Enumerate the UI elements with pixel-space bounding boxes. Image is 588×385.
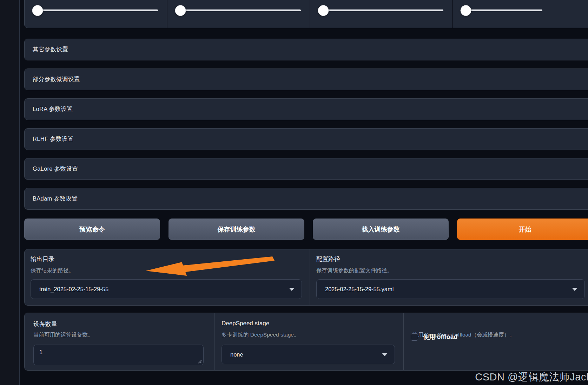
offload-group: 使用 DeepSpeed offload（会减慢速度）。 使用 offload (403, 313, 588, 370)
deepspeed-stage-label: DeepSpeed stage (222, 320, 269, 327)
device-count-info: 当前可用的运算设备数。 (33, 331, 93, 339)
config-path-dropdown[interactable]: 2025-02-25-15-29-55.yaml (316, 279, 585, 299)
accordion-lora[interactable]: LoRA 参数设置 (24, 98, 588, 120)
slider-track[interactable] (462, 9, 542, 11)
slider-handle[interactable] (461, 5, 471, 16)
offload-checkbox[interactable] (411, 333, 418, 341)
save-args-button[interactable]: 保存训练参数 (169, 218, 304, 240)
slider-column (167, 0, 310, 28)
accordion-extra-args[interactable]: 其它参数设置 (24, 39, 588, 60)
deepspeed-stage-group: DeepSpeed stage 多卡训练的 DeepSpeed stage。 n… (214, 313, 403, 370)
slider-handle[interactable] (32, 5, 43, 16)
load-args-button[interactable]: 载入训练参数 (313, 218, 449, 240)
accordion-galore[interactable]: GaLore 参数设置 (24, 158, 588, 180)
slider-track[interactable] (34, 9, 158, 11)
slider-column (452, 0, 588, 28)
chevron-down-icon (289, 288, 295, 291)
accordion-label: BAdam 参数设置 (33, 195, 78, 203)
resize-grip-icon[interactable] (197, 359, 202, 364)
slider-handle[interactable] (175, 5, 186, 16)
chevron-down-icon (572, 288, 577, 291)
device-count-label: 设备数量 (33, 320, 57, 328)
action-button-row: 预览命令 保存训练参数 载入训练参数 开始 (24, 218, 588, 240)
config-path-info: 保存训练参数的配置文件路径。 (316, 267, 392, 274)
preview-command-button[interactable]: 预览命令 (24, 218, 160, 240)
start-button[interactable]: 开始 (457, 218, 588, 240)
accordion-label: 其它参数设置 (33, 46, 68, 53)
device-count-input[interactable]: 1 (33, 345, 204, 365)
slider-column (310, 0, 452, 28)
accordion-label: LoRA 参数设置 (33, 105, 73, 113)
train-tab-content: 其它参数设置 部分参数微调设置 LoRA 参数设置 RLHF 参数设置 GaLo… (19, 0, 588, 385)
slider-handle[interactable] (318, 5, 329, 16)
slider-track[interactable] (177, 9, 301, 11)
slider-track[interactable] (320, 9, 443, 11)
device-deepspeed-panel: 设备数量 当前可用的运算设备数。 1 DeepSpeed stage 多卡训练的… (24, 313, 588, 371)
config-path-label: 配置路径 (316, 255, 340, 263)
chevron-down-icon (382, 353, 388, 356)
accordion-label: GaLore 参数设置 (33, 165, 78, 173)
slider-row (24, 0, 588, 28)
accordion-rlhf[interactable]: RLHF 参数设置 (24, 128, 588, 150)
device-count-value: 1 (39, 349, 42, 355)
output-dir-info: 保存结果的路径。 (31, 267, 74, 274)
deepspeed-stage-value: none (230, 351, 382, 358)
output-dir-label: 输出目录 (31, 255, 54, 263)
config-path-value: 2025-02-25-15-29-55.yaml (325, 286, 572, 293)
watermark: CSDN @逻辑魔法师Jack (475, 370, 588, 384)
slider-column (25, 0, 167, 28)
device-count-group: 设备数量 当前可用的运算设备数。 1 (25, 313, 214, 370)
config-path-group: 配置路径 保存训练参数的配置文件路径。 2025-02-25-15-29-55.… (310, 249, 588, 305)
accordion-badam[interactable]: BAdam 参数设置 (24, 188, 588, 210)
accordion-label: RLHF 参数设置 (33, 135, 73, 143)
accordion-label: 部分参数微调设置 (33, 76, 80, 83)
output-dir-value: train_2025-02-25-15-29-55 (39, 286, 289, 293)
output-config-panel: 输出目录 保存结果的路径。 train_2025-02-25-15-29-55 … (24, 249, 588, 306)
deepspeed-stage-info: 多卡训练的 DeepSpeed stage。 (222, 331, 299, 339)
offload-checkbox-label: 使用 offload (423, 333, 457, 341)
offload-checkbox-row[interactable]: 使用 offload (411, 333, 457, 341)
output-dir-group: 输出目录 保存结果的路径。 train_2025-02-25-15-29-55 (25, 249, 310, 305)
output-dir-dropdown[interactable]: train_2025-02-25-15-29-55 (31, 279, 302, 299)
accordion-freeze-tuning[interactable]: 部分参数微调设置 (24, 68, 588, 90)
deepspeed-stage-dropdown[interactable]: none (222, 345, 395, 364)
